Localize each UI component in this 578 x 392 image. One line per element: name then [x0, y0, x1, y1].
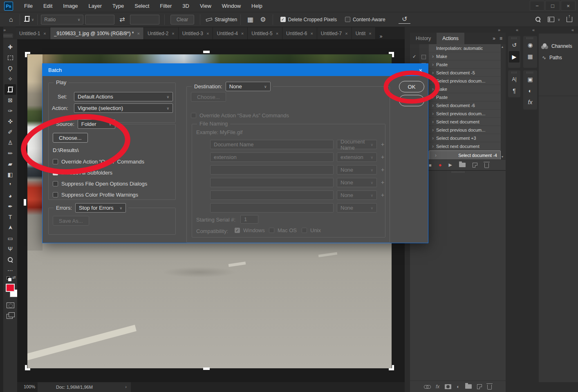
clear-button[interactable]: Clear: [170, 15, 195, 25]
doc-tab[interactable]: Untitled-3×: [179, 27, 213, 39]
panel-menu-icon[interactable]: ≡: [500, 36, 502, 41]
expand-icon[interactable]: ›: [430, 143, 436, 149]
file-naming-select[interactable]: None∨: [337, 190, 377, 200]
save-as-button[interactable]: Save As...: [53, 216, 89, 226]
crop-handle[interactable]: [203, 51, 210, 53]
hand-tool[interactable]: Ψ: [4, 244, 16, 254]
file-naming-select[interactable]: None∨: [337, 165, 377, 175]
expand-icon[interactable]: ›: [430, 94, 436, 100]
menu-help[interactable]: Help: [246, 3, 268, 9]
doc-tab[interactable]: Untitled-6×: [282, 27, 317, 39]
expand-icon[interactable]: ›: [430, 135, 436, 141]
expand-icon[interactable]: ›: [430, 127, 436, 133]
crop-settings-gear-icon[interactable]: ⚙: [257, 16, 269, 23]
override-save-as-checkbox[interactable]: Override Action “Save As” Commands: [191, 112, 289, 119]
file-naming-field[interactable]: [210, 190, 334, 200]
action-step[interactable]: ›Select document +3: [429, 134, 501, 142]
close-tab-icon[interactable]: ×: [172, 31, 174, 36]
search-icon[interactable]: [535, 17, 541, 22]
action-step[interactable]: ›Make: [429, 52, 501, 60]
paint-bucket-tool[interactable]: ◧: [4, 169, 16, 180]
close-tab-icon[interactable]: ×: [369, 31, 371, 36]
expand-icon[interactable]: ›: [430, 70, 436, 76]
close-tab-icon[interactable]: ×: [206, 31, 209, 36]
panel-collapse-icon[interactable]: »: [493, 36, 495, 41]
history-panel-icon[interactable]: ↺: [508, 39, 520, 51]
more-tools-tool[interactable]: ⋯: [4, 265, 16, 276]
crop-handle[interactable]: [203, 367, 210, 370]
dock-collapse-icon[interactable]: «: [516, 27, 518, 32]
type-tool[interactable]: T: [4, 212, 16, 222]
stop-recording-icon[interactable]: ■: [429, 163, 432, 168]
blur-tool[interactable]: ❜: [4, 180, 16, 190]
adjustments-panel-icon[interactable]: ◐: [523, 85, 537, 96]
channels-panel-row[interactable]: Channels: [539, 41, 578, 52]
menu-layer[interactable]: Layer: [83, 3, 108, 9]
brush-tool[interactable]: ✐: [4, 127, 16, 137]
expand-icon[interactable]: ›: [430, 111, 436, 116]
action-step[interactable]: ›Paste: [429, 60, 501, 69]
file-naming-select[interactable]: None∨: [337, 203, 377, 213]
ok-button[interactable]: OK: [399, 81, 424, 92]
close-button[interactable]: ×: [561, 1, 576, 11]
source-checkbox[interactable]: Suppress Color Profile Warnings: [53, 192, 138, 198]
add-field-icon[interactable]: +: [381, 141, 384, 148]
actions-scrollbar[interactable]: ▴ ▾: [501, 44, 506, 159]
share-icon[interactable]: [567, 17, 572, 22]
source-checkbox[interactable]: ✓Include All Subfolders: [53, 170, 112, 176]
tab-history[interactable]: History: [410, 33, 437, 44]
batch-dialog-titlebar[interactable]: Batch ×: [43, 64, 428, 76]
doc-tab[interactable]: Untitled-8×: [352, 27, 376, 39]
crop-handle[interactable]: [25, 52, 30, 57]
path-selection-tool[interactable]: ➤: [4, 222, 16, 233]
doc-tab[interactable]: _9109633_1.jpg @ 100% (RGB/8*) *×: [50, 27, 144, 39]
paths-panel-row[interactable]: ∿ Paths: [539, 52, 578, 63]
menu-select[interactable]: Select: [129, 3, 155, 9]
eraser-tool[interactable]: ▰: [4, 159, 16, 169]
action-step[interactable]: Interpolation: automatic: [429, 44, 501, 52]
new-layer-icon[interactable]: [477, 384, 482, 389]
ratio-select[interactable]: Ratio ∨: [41, 15, 83, 25]
lasso-tool[interactable]: Ϙ: [4, 63, 16, 74]
expand-icon[interactable]: ›: [432, 152, 439, 158]
add-field-icon[interactable]: +: [381, 166, 384, 173]
panel-resize-gripper[interactable]: [452, 171, 465, 173]
file-naming-field[interactable]: extension: [210, 152, 334, 162]
file-naming-field[interactable]: Document Name: [210, 140, 334, 149]
dock-collapse-icon[interactable]: «: [532, 27, 535, 32]
object-selection-tool[interactable]: ✧: [4, 74, 16, 84]
starting-serial-input[interactable]: 1: [240, 215, 258, 224]
scroll-up-icon[interactable]: ▴: [502, 45, 503, 49]
swatches-panel-icon[interactable]: ▦: [523, 51, 537, 62]
character-panel-icon[interactable]: A|: [508, 74, 520, 85]
destination-select[interactable]: None ∨: [226, 82, 271, 91]
spot-healing-brush-tool[interactable]: ✜: [4, 116, 16, 127]
action-step[interactable]: ›Select document -5: [429, 69, 501, 77]
tab-overflow-icon[interactable]: »: [377, 34, 385, 39]
doc-tab[interactable]: Untitled-4×: [213, 27, 248, 39]
play-action-icon[interactable]: ▶: [449, 162, 452, 168]
expand-icon[interactable]: ›: [430, 119, 436, 125]
menu-file[interactable]: File: [19, 3, 38, 9]
add-mask-icon[interactable]: [445, 384, 451, 389]
color-panel-icon[interactable]: ◉: [523, 39, 537, 51]
delete-cropped-pixels-checkbox[interactable]: ✓ Delete Cropped Pixels: [280, 17, 337, 22]
dodge-tool[interactable]: ◕: [4, 190, 16, 201]
toolbar-collapse-icon[interactable]: »: [3, 27, 6, 32]
panel-expand-icon[interactable]: »: [498, 27, 500, 32]
expand-icon[interactable]: ›: [430, 54, 436, 59]
swap-dimensions-icon[interactable]: ⇄: [116, 16, 128, 23]
dock-collapse-icon[interactable]: «: [571, 27, 574, 32]
delete-action-icon[interactable]: [484, 163, 489, 168]
menu-edit[interactable]: Edit: [38, 3, 58, 9]
actions-panel-icon[interactable]: ▶: [509, 51, 520, 63]
foreground-color-swatch[interactable]: [6, 284, 15, 292]
rectangle-shape-tool[interactable]: ▭: [4, 233, 16, 244]
action-step[interactable]: ›Select previous docum...: [429, 110, 501, 118]
file-naming-field[interactable]: [210, 165, 334, 175]
add-field-icon[interactable]: +: [381, 154, 384, 160]
errors-select[interactable]: Stop for Errors ∨: [75, 203, 126, 213]
expand-icon[interactable]: ›: [430, 62, 436, 67]
ratio-height-input[interactable]: [130, 15, 159, 25]
source-choose-button[interactable]: Choose...: [53, 133, 88, 143]
